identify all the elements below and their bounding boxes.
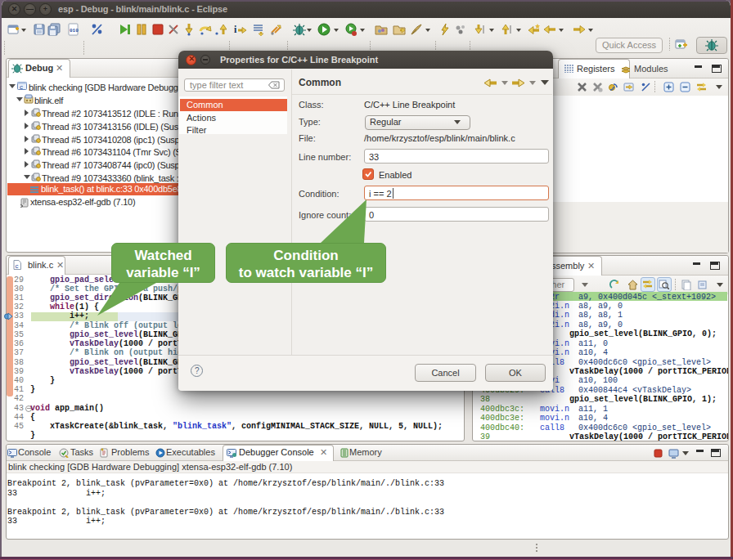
svg-text:i: i [234,24,237,35]
svg-text:010: 010 [70,28,79,34]
svg-text:c: c [20,83,23,91]
svg-text:c: c [16,262,19,270]
